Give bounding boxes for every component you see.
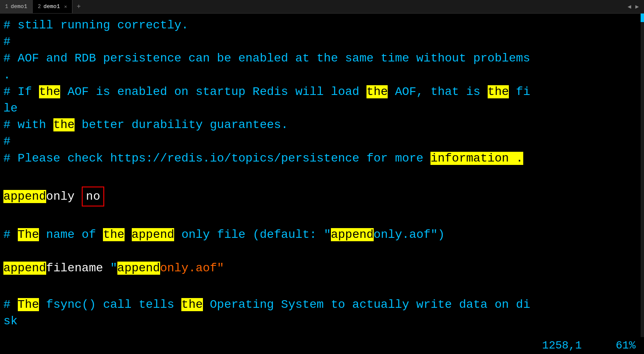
line-appendonly: appendonly no [0,187,636,206]
tab-2-number: 2 [38,4,41,10]
tab-1[interactable]: 1 demo1 [0,0,33,13]
scroll-percent: 61% [616,339,636,352]
scrollbar-right[interactable] [641,14,644,354]
line-name-of-append: # The name of the append only file (defa… [0,226,636,243]
tab-nav-next[interactable]: ▶ [634,2,641,11]
tab-nav: ◀ ▶ [626,2,644,11]
line-le: le [0,100,636,117]
cursor-position: 1258,1 [542,339,582,352]
line-dot: . [0,67,636,84]
tab-add-button[interactable]: + [72,0,85,13]
line-please-check: # Please check https://redis.io/topics/p… [0,150,636,167]
tab-2-close[interactable]: ✕ [64,4,67,9]
tab-1-label: demo1 [11,3,27,10]
tab-nav-prev[interactable]: ◀ [626,2,633,11]
line-sk: sk [0,313,636,329]
line-empty-2 [0,210,636,226]
line-if-aof: # If the AOF is enabled on startup Redis… [0,84,636,100]
tab-2-label: demo1 [43,3,60,10]
line-empty-1 [0,167,636,183]
status-bar: 1258,1 61% [0,337,644,354]
line-empty-4 [0,280,636,296]
scrollbar-thumb [641,14,644,22]
tab-1-number: 1 [5,4,8,10]
line-hash-1: # [0,33,636,50]
line-fsync: # The fsync() call tells the Operating S… [0,296,636,313]
line-empty-3 [0,243,636,259]
line-with-better: # with the better durability guarantees. [0,117,636,133]
line-hash-2: # [0,133,636,150]
line-appendfilename: appendfilename "appendonly.aof" [0,260,636,276]
tab-2[interactable]: 2 demo1 ✕ [33,0,72,13]
line-aof-rdb: # AOF and RDB persistence can be enabled… [0,50,636,67]
tab-bar: 1 demo1 2 demo1 ✕ + ◀ ▶ [0,0,644,14]
line-still-running: # still running correctly. [0,17,636,33]
editor-content: # still running correctly. # # AOF and R… [0,14,644,333]
